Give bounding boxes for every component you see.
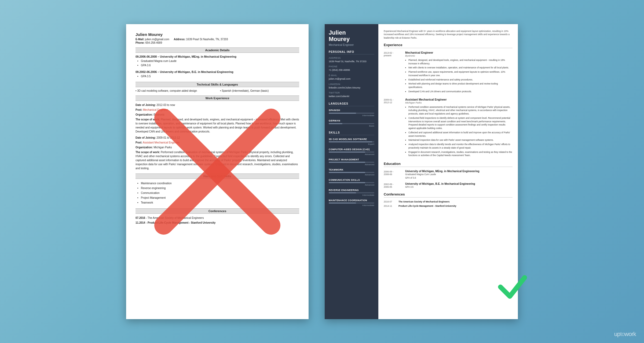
conf-2: 11.2014 - Product Life-Cycle Management … bbox=[136, 221, 299, 225]
technical-section-header: Technical Skills & Languages bbox=[136, 82, 299, 87]
skill-cad-level: Expert bbox=[329, 143, 374, 145]
edu-entry-1: 09.2006-06.2008 – University of Michigan… bbox=[136, 55, 299, 68]
exp-2-bullets: Performed condition assessments of mecha… bbox=[405, 105, 513, 157]
skill-re-level: Intermediate bbox=[329, 194, 374, 196]
bad-resume-email: E-Mail: julien.m@gmail.com Address: 1639… bbox=[136, 38, 299, 41]
email-value: julien.m@gmail.com bbox=[145, 38, 169, 41]
education-section-title: Education bbox=[384, 162, 513, 167]
phone-label: Phone: bbox=[136, 41, 145, 44]
brand-logo: uptowork bbox=[614, 331, 636, 338]
conf-1: 07.2016 - The American Society of Mechan… bbox=[136, 216, 299, 220]
skill-comm-bar-fill bbox=[329, 182, 365, 183]
edu-good-2-date: 2002-09 -2006-05 bbox=[384, 182, 405, 189]
lang-spanish-level: Intermediate bbox=[329, 114, 374, 117]
skill-computer-cad-bar-bg bbox=[329, 152, 374, 153]
lang-german-bar-fill bbox=[329, 123, 342, 124]
edu-good-2-detail: University of Michigan, B.E. in Mechanic… bbox=[405, 182, 513, 189]
edu-good-2-info: GPA 3.5 bbox=[405, 185, 513, 189]
twitter-label: Twitter bbox=[329, 91, 374, 94]
skill-computer-cad-bar-fill bbox=[329, 152, 365, 153]
page-container: Julien Mourey E-Mail: julien.m@gmail.com… bbox=[0, 0, 644, 343]
skill-mc-bar-bg bbox=[329, 202, 374, 204]
exp-1-bullet-4: Established and reinforced maintenance a… bbox=[408, 78, 513, 82]
brand-to: to bbox=[620, 331, 624, 337]
academic-section-header: Academic Details bbox=[136, 47, 299, 53]
exp-1-bullets: Planned, designed, and developed tools, … bbox=[405, 58, 513, 93]
exp-1-bullet-2: Met with clients to oversee installation… bbox=[408, 66, 513, 69]
conf-2-detail: Product Life-Cycle Management - Stanford… bbox=[398, 205, 513, 207]
skills-list: Maintenance coordination Reverse enginee… bbox=[141, 181, 299, 205]
skill-cad-bar-fill bbox=[329, 141, 372, 142]
edu-1-detail-2: GPA 3.6 bbox=[141, 63, 299, 68]
edu-good-1-date: 2006-09 -2008-06 bbox=[384, 170, 405, 180]
email-value: julien.m@gmail.com bbox=[329, 77, 374, 81]
skill-re-name: REVERSE ENGINEERING bbox=[329, 189, 374, 191]
conferences-header: Conferences bbox=[136, 208, 299, 214]
experience-section-title: Experience bbox=[384, 43, 513, 48]
edu-entry-2: 09.2002-06.2006 – University of Michigan… bbox=[136, 70, 299, 79]
conf-1-title: The American Society of Mechanical Engin… bbox=[398, 200, 450, 203]
edu-good-2-school: University of Michigan, B.E. in Mechanic… bbox=[405, 182, 513, 185]
conf-entry-2: 2014-11 Product Life-Cycle Management - … bbox=[384, 205, 513, 207]
exp-2-bullet-4: Maintained inspection data for use with … bbox=[408, 138, 513, 142]
lang-german-level: Basic bbox=[329, 125, 374, 127]
twitter-value: twitter.com/JulienM bbox=[329, 95, 374, 98]
skills-title: Skills bbox=[329, 131, 374, 135]
edu-good-1-info: Graduated Magna Cum Laude GPA of 3.6 bbox=[405, 173, 513, 180]
skills-row: • 3D cad modeling software, computer-aid… bbox=[136, 89, 299, 92]
good-resume: Julien Mourey Mechanical Engineer Person… bbox=[325, 24, 518, 319]
edu-good-1-detail: University of Michigan, MEng. in Mechani… bbox=[405, 170, 513, 180]
edu-entry-2-good: 2002-09 -2006-05 University of Michigan,… bbox=[384, 182, 513, 189]
conferences-section-title: Conferences bbox=[384, 192, 513, 198]
edu-1-title: 09.2006-06.2008 – University of Michigan… bbox=[136, 55, 299, 58]
exp-1-bullet-1: Planned, designed, and developed tools, … bbox=[408, 58, 513, 65]
exp-1-bullet-6: Developed CAN and LIN drivers and commun… bbox=[408, 90, 513, 93]
skills-col-2: • Spanish (intermediate), German (basic) bbox=[220, 89, 299, 92]
sidebar-last-name: Mourey bbox=[329, 36, 374, 42]
skill-2: Reverse engineering bbox=[141, 186, 299, 191]
personal-info-title: Personal Info bbox=[329, 50, 374, 54]
skill-pm-name: PROJECT MANAGEMENT bbox=[329, 158, 374, 161]
edu-1-detail-1: Graduated Magna cum Laude bbox=[141, 59, 299, 63]
work-2-scope: The scope of work: Performed condition e… bbox=[136, 150, 299, 170]
exp-1-bullet-5: Worked with planning and design teams to… bbox=[408, 82, 513, 89]
skill-re-bar-bg bbox=[329, 192, 374, 193]
skill-3: Communication bbox=[141, 191, 299, 196]
edu-2-details: GPA 3.5 bbox=[141, 74, 299, 79]
skill-pm-bar-bg bbox=[329, 162, 374, 163]
lang-spanish-name: SPANISH bbox=[329, 109, 374, 112]
work-2-date: Date of Joining: 2009-01 to 2012-12 bbox=[136, 136, 299, 140]
lang-spanish-bar-fill bbox=[329, 113, 356, 114]
sidebar-first-name: Julien bbox=[329, 29, 374, 36]
skill-re-bar-fill bbox=[329, 192, 356, 193]
conf-entry-1: 2016-07 The American Society of Mechanic… bbox=[384, 200, 513, 203]
skill-cad-name: 3D CAD MODELING SOFTWARE bbox=[329, 138, 374, 141]
skill-cad-bar-bg bbox=[329, 141, 374, 142]
skill-teamwork-bar-fill bbox=[329, 172, 365, 173]
sidebar-name-block: Julien Mourey Mechanical Engineer bbox=[329, 29, 374, 46]
exp-2-bullet-3: Collected and captured additional asset … bbox=[408, 131, 513, 138]
edu-1-date: 09.2006-06.2008 bbox=[136, 55, 157, 58]
skill-teamwork-name: TEAMWORK bbox=[329, 168, 374, 171]
linkedin-label: LinkedIn bbox=[329, 83, 374, 86]
work-section-header: Work Experience bbox=[136, 95, 299, 101]
summary-text: Experienced Mechanical Engineer with 5+ … bbox=[384, 29, 513, 40]
skill-teamwork-bar-bg bbox=[329, 172, 374, 173]
edu-1-degree: University of Michigan, MEng. in Mechani… bbox=[160, 55, 236, 58]
work-1-org: Organization: Bystronic bbox=[136, 113, 299, 117]
exp-entry-2: 2009-01 -2012-12 Assistant Mechanical En… bbox=[384, 98, 513, 158]
languages-title: Languages bbox=[329, 102, 374, 106]
brand-work: work bbox=[625, 331, 636, 337]
skill-mc-level: Intermediate bbox=[329, 204, 374, 206]
hard-soft-header: Hard and Soft Skills bbox=[136, 174, 299, 179]
work-1-scope-label: The scope of work: Planned, designed, an… bbox=[136, 117, 299, 134]
exp-1-bullet-3: Planned workforce use, space requirement… bbox=[408, 70, 513, 77]
exp-2-company: Michigan Parks bbox=[405, 101, 513, 104]
edu-2-date: 09.2002-06.2006 bbox=[136, 70, 157, 73]
exp-1-date: 2013-02 -present bbox=[384, 51, 405, 94]
lang-spanish-bar-bg bbox=[329, 113, 374, 114]
email-label: E-mail bbox=[329, 74, 374, 77]
exp-1-company: Bystronic bbox=[405, 54, 513, 57]
edu-2-detail-1: GPA 3.5 bbox=[141, 74, 299, 79]
bad-resume-name: Julien Mourey bbox=[136, 32, 299, 37]
